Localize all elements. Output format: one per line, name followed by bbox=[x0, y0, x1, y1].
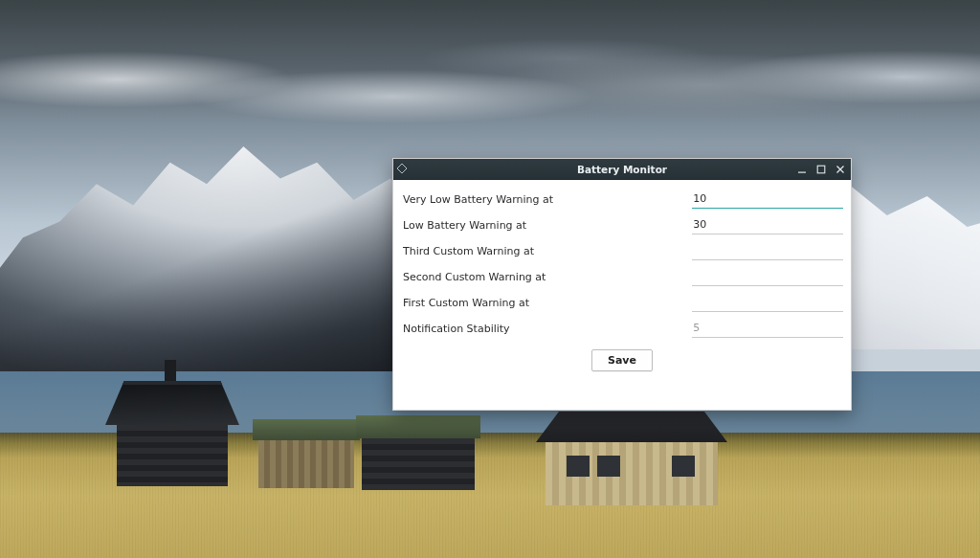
third-custom-input[interactable] bbox=[692, 242, 843, 260]
first-custom-input[interactable] bbox=[692, 294, 843, 312]
setting-label: First Custom Warning at bbox=[403, 297, 692, 309]
setting-label: Notification Stability bbox=[403, 323, 692, 335]
window-menu-icon[interactable] bbox=[395, 162, 409, 175]
window-body: Very Low Battery Warning at Low Battery … bbox=[393, 180, 851, 410]
minimize-button[interactable] bbox=[795, 163, 809, 176]
title-bar[interactable]: Battery Monitor bbox=[393, 159, 851, 180]
app-window: Battery Monitor Very Low Battery Warning… bbox=[392, 158, 852, 411]
save-button[interactable]: Save bbox=[591, 349, 653, 371]
setting-label: Very Low Battery Warning at bbox=[403, 193, 692, 206]
setting-row: First Custom Warning at bbox=[403, 291, 841, 314]
setting-label: Second Custom Warning at bbox=[403, 271, 692, 283]
setting-row: Second Custom Warning at bbox=[403, 265, 841, 288]
window-title: Battery Monitor bbox=[393, 164, 851, 175]
very-low-battery-input[interactable] bbox=[692, 190, 843, 209]
notification-stability-input[interactable] bbox=[692, 320, 843, 338]
maximize-button[interactable] bbox=[814, 163, 828, 176]
svg-rect-0 bbox=[798, 171, 806, 172]
low-battery-input[interactable] bbox=[692, 216, 843, 234]
second-custom-input[interactable] bbox=[692, 268, 843, 286]
setting-row: Very Low Battery Warning at bbox=[403, 188, 841, 211]
setting-label: Low Battery Warning at bbox=[403, 219, 692, 232]
setting-row: Third Custom Warning at bbox=[403, 239, 841, 262]
setting-label: Third Custom Warning at bbox=[403, 245, 692, 257]
close-button[interactable] bbox=[834, 163, 847, 176]
setting-row: Notification Stability bbox=[403, 317, 841, 340]
svg-rect-1 bbox=[817, 166, 825, 173]
setting-row: Low Battery Warning at bbox=[403, 213, 841, 236]
